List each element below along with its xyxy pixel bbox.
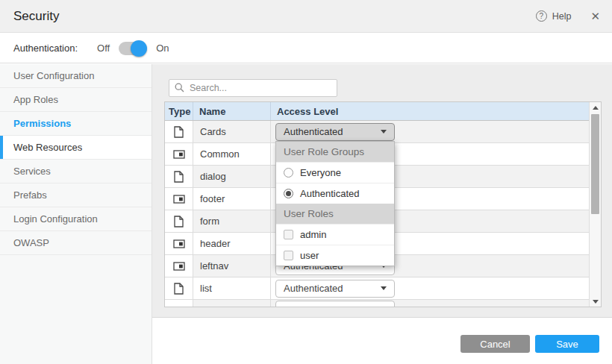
type-cell [165, 143, 193, 165]
checkbox-unchecked-icon[interactable] [284, 230, 293, 239]
page-title: Security [13, 9, 59, 24]
dropdown-value: Authenticated [284, 126, 343, 137]
search-input[interactable] [169, 79, 337, 97]
toggle-off-label: Off [97, 43, 110, 54]
name-cell: leftnav [193, 255, 271, 277]
type-cell [165, 300, 193, 307]
type-cell [165, 166, 193, 187]
access-level-dropdown[interactable]: Authenticated [275, 280, 395, 298]
dropdown-group-header: User Roles [276, 204, 394, 224]
triangle-up-icon [593, 106, 599, 110]
name-cell: form [193, 210, 271, 232]
access-cell: Authenticated [271, 121, 589, 142]
access-cell [271, 300, 589, 307]
triangle-down-icon [593, 300, 599, 304]
option-label: Everyone [300, 167, 341, 178]
authentication-toggle[interactable] [119, 42, 146, 55]
search-box [169, 79, 337, 97]
help-button[interactable]: ? Help [536, 10, 572, 22]
column-header-access-level: Access Level [271, 102, 589, 120]
sidebar-item-app-roles[interactable]: App Roles [0, 88, 152, 112]
access-level-dropdown-panel: User Role Groups Everyone Authenticated … [275, 141, 395, 266]
sidebar-item-label: Prefabs [13, 189, 47, 201]
sidebar-item-label: User Configuration [13, 70, 94, 81]
sidebar-item-label: Permissions [13, 118, 71, 129]
authentication-bar: Authentication: Off On [0, 34, 612, 63]
sidebar-item-user-configuration[interactable]: User Configuration [0, 64, 152, 88]
sidebar: User Configuration App Roles Permissions… [0, 64, 152, 364]
table-row: list Authenticated [165, 277, 589, 300]
table-row: Cards Authenticated [165, 121, 589, 143]
type-cell [165, 277, 193, 299]
name-cell: footer [193, 188, 271, 210]
option-label: Authenticated [300, 188, 360, 199]
dropdown-option-admin[interactable]: admin [276, 224, 394, 245]
window-titlebar: Security ? Help ✕ [0, 0, 612, 33]
access-level-dropdown[interactable]: Authenticated [275, 123, 395, 141]
sidebar-item-label: App Roles [13, 94, 58, 105]
sidebar-item-label: Services [13, 166, 51, 177]
scroll-up-arrow[interactable] [590, 102, 602, 113]
name-cell: Cards [193, 121, 271, 142]
access-cell: Authenticated [271, 277, 589, 299]
sidebar-item-label: Web Resources [13, 142, 82, 153]
dropdown-group-header: User Role Groups [276, 142, 394, 162]
sidebar-item-permissions[interactable]: Permissions [0, 112, 152, 136]
page-icon [174, 171, 184, 183]
partial-icon [173, 239, 185, 248]
type-cell [165, 233, 193, 254]
radio-unchecked-icon[interactable] [284, 168, 293, 178]
help-label: Help [552, 11, 572, 22]
column-header-name: Name [193, 102, 271, 120]
option-label: admin [300, 229, 326, 240]
toggle-on-label: On [156, 43, 169, 54]
save-button[interactable]: Save [535, 335, 599, 353]
sidebar-item-label: OWASP [13, 237, 49, 248]
name-cell: Common [193, 143, 271, 165]
type-cell [165, 121, 193, 142]
type-cell [165, 188, 193, 210]
partial-icon [173, 195, 185, 204]
footer-bar: Cancel Save [152, 318, 612, 364]
radio-checked-icon[interactable] [284, 189, 293, 198]
main-panel: Type Name Access Level Cards Authenticat… [152, 64, 612, 364]
type-cell [165, 210, 193, 232]
cancel-button[interactable]: Cancel [460, 335, 530, 353]
name-cell: list [193, 277, 271, 299]
authentication-label: Authentication: [13, 43, 78, 54]
scrollbar-thumb[interactable] [591, 114, 599, 214]
chevron-down-icon [381, 286, 387, 290]
help-icon: ? [536, 10, 547, 22]
page-icon [174, 216, 184, 228]
toggle-knob [131, 40, 147, 57]
page-icon [174, 126, 184, 138]
dropdown-value: Authenticated [284, 283, 343, 294]
table-scrollbar[interactable] [589, 102, 601, 307]
partial-icon [173, 262, 185, 271]
dropdown-option-everyone[interactable]: Everyone [276, 162, 394, 183]
checkbox-unchecked-icon[interactable] [284, 251, 293, 260]
table-header-row: Type Name Access Level [165, 102, 589, 121]
sidebar-item-web-resources[interactable]: Web Resources [0, 136, 152, 160]
column-header-type: Type [165, 102, 193, 120]
name-cell [193, 300, 271, 307]
partial-icon [173, 150, 185, 159]
sidebar-item-label: Login Configuration [13, 213, 98, 225]
option-label: user [300, 250, 319, 261]
sidebar-item-prefabs[interactable]: Prefabs [0, 183, 152, 207]
page-icon [174, 283, 184, 295]
sidebar-item-login-configuration[interactable]: Login Configuration [0, 207, 152, 231]
name-cell: header [193, 233, 271, 254]
dropdown-option-user[interactable]: user [276, 245, 394, 266]
search-icon [175, 83, 184, 92]
table-row-partial [165, 300, 589, 307]
chevron-down-icon [381, 130, 387, 134]
access-level-dropdown[interactable] [275, 301, 395, 307]
dropdown-option-authenticated[interactable]: Authenticated [276, 183, 394, 204]
scroll-down-arrow[interactable] [590, 296, 602, 307]
close-icon[interactable]: ✕ [590, 10, 600, 22]
name-cell: dialog [193, 166, 271, 187]
sidebar-item-owasp[interactable]: OWASP [0, 231, 152, 255]
type-cell [165, 255, 193, 277]
sidebar-item-services[interactable]: Services [0, 160, 152, 183]
